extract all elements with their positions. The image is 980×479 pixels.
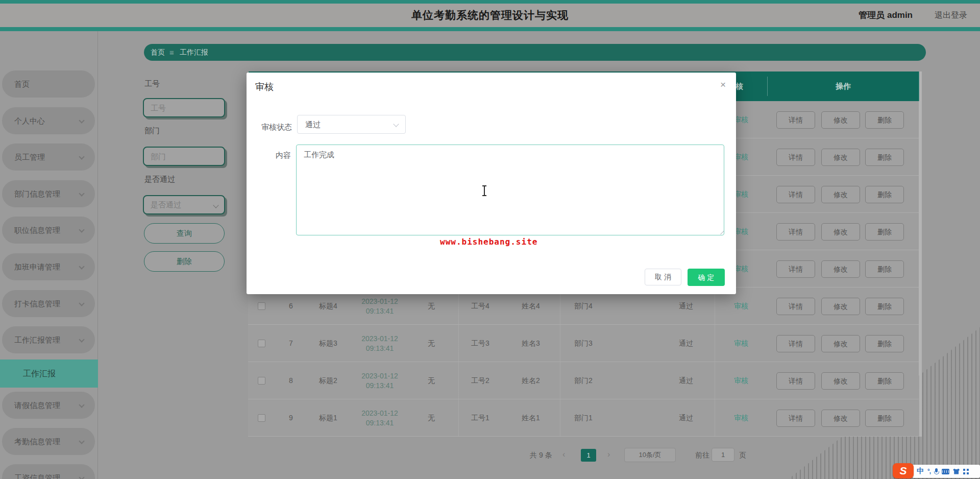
pagination-page-unit: 页 xyxy=(739,451,746,460)
edit-button[interactable]: 修改 xyxy=(821,260,860,278)
row-checkbox[interactable] xyxy=(258,340,265,347)
edit-button[interactable]: 修改 xyxy=(821,335,860,352)
pagination-next-button[interactable]: › xyxy=(607,450,610,459)
pagination-prev-button[interactable]: ‹ xyxy=(562,450,565,459)
sidebar-item[interactable]: 工资信息管理 xyxy=(2,464,95,479)
delete-button[interactable]: 删除 xyxy=(144,251,225,272)
edit-button[interactable]: 修改 xyxy=(821,223,860,241)
sidebar-item[interactable]: 职位信息管理 xyxy=(2,217,95,244)
content-textarea[interactable]: 工作完成 xyxy=(296,145,724,235)
detail-button[interactable]: 详情 xyxy=(776,223,815,241)
content-label: 内容 xyxy=(276,151,291,160)
edit-button[interactable]: 修改 xyxy=(821,372,860,390)
delete-button[interactable]: 删除 xyxy=(865,335,904,352)
detail-button[interactable]: 详情 xyxy=(776,410,815,427)
delete-button[interactable]: 删除 xyxy=(865,260,904,278)
delete-button[interactable]: 删除 xyxy=(865,149,904,166)
pass-status-placeholder: 是否通过 xyxy=(151,196,181,213)
pagination-goto-input[interactable] xyxy=(712,448,734,462)
audit-link[interactable]: 审核 xyxy=(721,376,762,386)
detail-button[interactable]: 详情 xyxy=(776,149,815,166)
confirm-button[interactable]: 确 定 xyxy=(688,269,725,286)
audit-link[interactable]: 审核 xyxy=(721,302,762,311)
detail-button[interactable]: 详情 xyxy=(776,260,815,278)
detail-button[interactable]: 详情 xyxy=(776,111,815,129)
sidebar-subitem-active[interactable]: 工作汇报 xyxy=(0,360,98,388)
row-checkbox[interactable] xyxy=(258,377,265,385)
audit-status-select[interactable]: 通过 xyxy=(297,115,406,134)
delete-button[interactable]: 删除 xyxy=(865,111,904,129)
row-pass-status: 通过 xyxy=(666,339,706,348)
sidebar-item[interactable]: 员工管理 xyxy=(2,143,95,171)
ime-lang-icon[interactable]: 中 xyxy=(917,467,924,476)
delete-button[interactable]: 删除 xyxy=(865,410,904,427)
chevron-down-icon xyxy=(79,402,84,408)
header-divider xyxy=(0,27,980,31)
chevron-down-icon xyxy=(79,438,84,444)
ime-punctuation-icon[interactable]: °, xyxy=(927,468,930,475)
table-header-action: 操作 xyxy=(767,71,919,101)
row-department: 部门3 xyxy=(563,339,604,348)
edit-button[interactable]: 修改 xyxy=(821,186,860,203)
sidebar-item[interactable]: 首页 xyxy=(2,70,95,98)
row-pass-status: 通过 xyxy=(666,414,706,423)
row-picture: 无 xyxy=(411,339,452,348)
audit-status-value: 通过 xyxy=(305,115,321,133)
chevron-down-icon xyxy=(79,264,84,269)
row-index: 6 xyxy=(281,302,301,310)
detail-button[interactable]: 详情 xyxy=(776,298,815,315)
sidebar-item[interactable]: 请假信息管理 xyxy=(2,392,95,419)
employee-id-label: 工号 xyxy=(144,79,160,89)
page-size-select[interactable]: 10条/页 xyxy=(624,448,676,462)
text-cursor xyxy=(484,186,485,196)
sogou-logo-icon[interactable]: S xyxy=(893,463,914,478)
breadcrumb-home[interactable]: 首页 xyxy=(151,44,165,61)
row-employee-id: 工号2 xyxy=(460,376,501,386)
toolbox-icon[interactable] xyxy=(963,469,969,474)
sidebar-subitem-label: 工作汇报 xyxy=(23,360,56,388)
sidebar-item[interactable]: 部门信息管理 xyxy=(2,180,95,207)
skin-icon[interactable] xyxy=(953,469,960,474)
delete-button[interactable]: 删除 xyxy=(865,223,904,241)
logout-link[interactable]: 退出登录 xyxy=(935,4,967,27)
breadcrumb: 首页 ≡ 工作汇报 xyxy=(144,44,926,61)
cancel-button[interactable]: 取 消 xyxy=(645,269,681,285)
employee-id-input[interactable] xyxy=(143,98,225,117)
table-row: 7标题32023-01-1209:13:41无工号3姓名3部门3通过审核详情修改… xyxy=(248,325,919,362)
breadcrumb-current: 工作汇报 xyxy=(180,44,208,61)
delete-button[interactable]: 删除 xyxy=(865,186,904,203)
keyboard-icon[interactable] xyxy=(942,469,949,474)
close-icon[interactable]: × xyxy=(720,80,726,89)
row-picture: 无 xyxy=(411,302,452,311)
detail-button[interactable]: 详情 xyxy=(776,372,815,390)
microphone-icon[interactable] xyxy=(934,468,938,474)
sidebar-item-label: 考勤信息管理 xyxy=(14,428,60,455)
row-name: 姓名2 xyxy=(510,376,551,386)
sidebar-item[interactable]: 工作汇报管理 xyxy=(2,326,95,353)
delete-button[interactable]: 删除 xyxy=(865,298,904,315)
edit-button[interactable]: 修改 xyxy=(821,298,860,315)
row-title: 标题4 xyxy=(308,302,349,311)
pass-status-select[interactable]: 是否通过 xyxy=(143,195,225,214)
row-pass-status: 通过 xyxy=(666,302,706,311)
pagination-page-1[interactable]: 1 xyxy=(581,449,596,462)
audit-link[interactable]: 审核 xyxy=(721,339,762,348)
edit-button[interactable]: 修改 xyxy=(821,111,860,129)
edit-button[interactable]: 修改 xyxy=(821,410,860,427)
department-input[interactable] xyxy=(143,147,225,166)
detail-button[interactable]: 详情 xyxy=(776,335,815,352)
edit-button[interactable]: 修改 xyxy=(821,149,860,166)
sidebar-item[interactable]: 考勤信息管理 xyxy=(2,428,95,455)
row-checkbox[interactable] xyxy=(258,414,265,422)
delete-button[interactable]: 删除 xyxy=(865,372,904,390)
row-checkbox[interactable] xyxy=(258,302,265,310)
query-button[interactable]: 查询 xyxy=(144,223,225,244)
sidebar-item[interactable]: 个人中心 xyxy=(2,107,95,134)
sidebar-item[interactable]: 打卡信息管理 xyxy=(2,290,95,317)
sidebar-item[interactable]: 加班申请管理 xyxy=(2,253,95,280)
row-name: 姓名4 xyxy=(510,302,551,311)
chevron-down-icon xyxy=(79,190,84,196)
detail-button[interactable]: 详情 xyxy=(776,186,815,203)
audit-link[interactable]: 审核 xyxy=(721,414,762,423)
row-picture: 无 xyxy=(411,414,452,423)
